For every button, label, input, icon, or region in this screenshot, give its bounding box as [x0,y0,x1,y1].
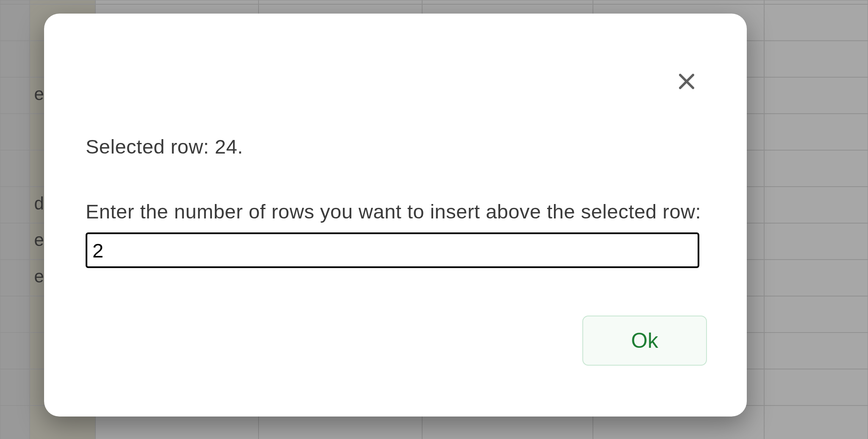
ok-button-label: Ok [631,328,658,353]
insert-rows-dialog: Selected row: 24. Enter the number of ro… [44,14,747,417]
selected-row-text: Selected row: 24. [86,135,705,158]
close-icon [676,70,698,94]
prompt-text: Enter the number of rows you want to ins… [86,200,705,223]
close-button[interactable] [676,71,698,93]
ok-button[interactable]: Ok [582,316,707,366]
rows-count-input[interactable] [86,232,699,268]
